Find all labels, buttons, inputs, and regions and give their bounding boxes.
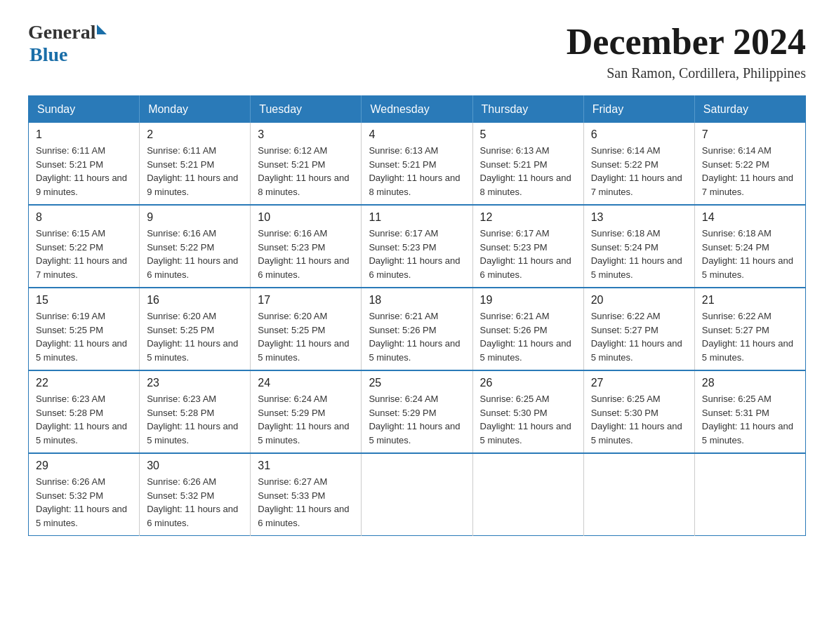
calendar-cell: 13Sunrise: 6:18 AMSunset: 5:24 PMDayligh… [583, 205, 694, 288]
day-of-week-header: Wednesday [362, 96, 472, 123]
day-number: 1 [36, 128, 132, 141]
day-info: Sunrise: 6:21 AMSunset: 5:26 PMDaylight:… [369, 309, 465, 364]
day-info: Sunrise: 6:18 AMSunset: 5:24 PMDaylight:… [591, 227, 687, 281]
day-info: Sunrise: 6:27 AMSunset: 5:33 PMDaylight:… [258, 475, 354, 530]
day-info: Sunrise: 6:13 AMSunset: 5:21 PMDaylight:… [369, 144, 465, 199]
day-info: Sunrise: 6:14 AMSunset: 5:22 PMDaylight:… [702, 144, 798, 199]
logo-text-blue: Blue [29, 43, 67, 65]
day-number: 30 [147, 459, 243, 472]
day-number: 17 [258, 294, 354, 307]
day-info: Sunrise: 6:17 AMSunset: 5:23 PMDaylight:… [480, 227, 576, 281]
calendar-cell: 12Sunrise: 6:17 AMSunset: 5:23 PMDayligh… [472, 205, 583, 288]
calendar-cell: 15Sunrise: 6:19 AMSunset: 5:25 PMDayligh… [29, 288, 140, 370]
day-info: Sunrise: 6:21 AMSunset: 5:26 PMDaylight:… [480, 309, 576, 364]
day-info: Sunrise: 6:24 AMSunset: 5:29 PMDaylight:… [258, 392, 354, 447]
logo-triangle-icon [97, 25, 107, 34]
calendar-header-row: SundayMondayTuesdayWednesdayThursdayFrid… [29, 96, 806, 123]
calendar-cell: 22Sunrise: 6:23 AMSunset: 5:28 PMDayligh… [29, 370, 140, 453]
day-info: Sunrise: 6:26 AMSunset: 5:32 PMDaylight:… [36, 475, 132, 530]
day-info: Sunrise: 6:17 AMSunset: 5:23 PMDaylight:… [369, 227, 465, 281]
day-info: Sunrise: 6:20 AMSunset: 5:25 PMDaylight:… [147, 309, 243, 364]
day-of-week-header: Thursday [472, 96, 583, 123]
calendar-cell: 10Sunrise: 6:16 AMSunset: 5:23 PMDayligh… [251, 205, 362, 288]
day-number: 22 [36, 377, 132, 389]
day-info: Sunrise: 6:13 AMSunset: 5:21 PMDaylight:… [480, 144, 576, 199]
day-of-week-header: Monday [140, 96, 251, 123]
day-of-week-header: Sunday [29, 96, 140, 123]
day-number: 15 [36, 294, 132, 307]
day-number: 14 [702, 211, 798, 224]
calendar-week-row: 8Sunrise: 6:15 AMSunset: 5:22 PMDaylight… [29, 205, 806, 288]
calendar-week-row: 29Sunrise: 6:26 AMSunset: 5:32 PMDayligh… [29, 453, 806, 536]
day-number: 2 [147, 128, 243, 141]
calendar-cell: 24Sunrise: 6:24 AMSunset: 5:29 PMDayligh… [251, 370, 362, 453]
calendar-cell: 17Sunrise: 6:20 AMSunset: 5:25 PMDayligh… [251, 288, 362, 370]
calendar-cell: 18Sunrise: 6:21 AMSunset: 5:26 PMDayligh… [362, 288, 472, 370]
day-info: Sunrise: 6:22 AMSunset: 5:27 PMDaylight:… [702, 309, 798, 364]
calendar-cell: 8Sunrise: 6:15 AMSunset: 5:22 PMDaylight… [29, 205, 140, 288]
day-number: 7 [702, 128, 798, 141]
calendar-cell: 26Sunrise: 6:25 AMSunset: 5:30 PMDayligh… [472, 370, 583, 453]
calendar-cell: 14Sunrise: 6:18 AMSunset: 5:24 PMDayligh… [694, 205, 805, 288]
calendar-week-row: 15Sunrise: 6:19 AMSunset: 5:25 PMDayligh… [29, 288, 806, 370]
day-info: Sunrise: 6:25 AMSunset: 5:31 PMDaylight:… [702, 392, 798, 447]
day-info: Sunrise: 6:14 AMSunset: 5:22 PMDaylight:… [591, 144, 687, 199]
day-info: Sunrise: 6:25 AMSunset: 5:30 PMDaylight:… [591, 392, 687, 447]
title-area: December 2024 San Ramon, Cordillera, Phi… [567, 21, 806, 81]
calendar-cell: 11Sunrise: 6:17 AMSunset: 5:23 PMDayligh… [362, 205, 472, 288]
day-info: Sunrise: 6:12 AMSunset: 5:21 PMDaylight:… [258, 144, 354, 199]
day-number: 3 [258, 128, 354, 141]
calendar-cell: 31Sunrise: 6:27 AMSunset: 5:33 PMDayligh… [251, 453, 362, 536]
day-number: 23 [147, 377, 243, 389]
calendar-cell: 1Sunrise: 6:11 AMSunset: 5:21 PMDaylight… [29, 123, 140, 205]
calendar-week-row: 1Sunrise: 6:11 AMSunset: 5:21 PMDaylight… [29, 123, 806, 205]
day-info: Sunrise: 6:16 AMSunset: 5:23 PMDaylight:… [258, 227, 354, 281]
calendar-cell: 25Sunrise: 6:24 AMSunset: 5:29 PMDayligh… [362, 370, 472, 453]
day-number: 20 [591, 294, 687, 307]
day-number: 10 [258, 211, 354, 224]
day-number: 19 [480, 294, 576, 307]
day-of-week-header: Saturday [694, 96, 805, 123]
day-number: 12 [480, 211, 576, 224]
day-number: 11 [369, 211, 465, 224]
calendar-cell: 7Sunrise: 6:14 AMSunset: 5:22 PMDaylight… [694, 123, 805, 205]
calendar-cell [362, 453, 472, 536]
calendar-week-row: 22Sunrise: 6:23 AMSunset: 5:28 PMDayligh… [29, 370, 806, 453]
calendar-cell: 4Sunrise: 6:13 AMSunset: 5:21 PMDaylight… [362, 123, 472, 205]
calendar-cell [583, 453, 694, 536]
day-number: 5 [480, 128, 576, 141]
day-info: Sunrise: 6:23 AMSunset: 5:28 PMDaylight:… [147, 392, 243, 447]
calendar-cell: 28Sunrise: 6:25 AMSunset: 5:31 PMDayligh… [694, 370, 805, 453]
day-number: 31 [258, 459, 354, 472]
page-header: General Blue December 2024 San Ramon, Co… [28, 21, 806, 81]
logo: General Blue [28, 21, 107, 66]
day-number: 8 [36, 211, 132, 224]
calendar-cell: 30Sunrise: 6:26 AMSunset: 5:32 PMDayligh… [140, 453, 251, 536]
day-of-week-header: Friday [583, 96, 694, 123]
day-number: 18 [369, 294, 465, 307]
calendar-cell: 29Sunrise: 6:26 AMSunset: 5:32 PMDayligh… [29, 453, 140, 536]
day-number: 27 [591, 377, 687, 389]
day-number: 25 [369, 377, 465, 389]
day-number: 9 [147, 211, 243, 224]
day-number: 16 [147, 294, 243, 307]
day-info: Sunrise: 6:22 AMSunset: 5:27 PMDaylight:… [591, 309, 687, 364]
day-info: Sunrise: 6:16 AMSunset: 5:22 PMDaylight:… [147, 227, 243, 281]
day-number: 21 [702, 294, 798, 307]
calendar-cell: 20Sunrise: 6:22 AMSunset: 5:27 PMDayligh… [583, 288, 694, 370]
calendar-cell: 21Sunrise: 6:22 AMSunset: 5:27 PMDayligh… [694, 288, 805, 370]
calendar-cell [472, 453, 583, 536]
calendar-cell: 6Sunrise: 6:14 AMSunset: 5:22 PMDaylight… [583, 123, 694, 205]
day-info: Sunrise: 6:18 AMSunset: 5:24 PMDaylight:… [702, 227, 798, 281]
day-number: 4 [369, 128, 465, 141]
day-info: Sunrise: 6:25 AMSunset: 5:30 PMDaylight:… [480, 392, 576, 447]
day-number: 26 [480, 377, 576, 389]
calendar-cell: 2Sunrise: 6:11 AMSunset: 5:21 PMDaylight… [140, 123, 251, 205]
day-info: Sunrise: 6:11 AMSunset: 5:21 PMDaylight:… [147, 144, 243, 199]
day-info: Sunrise: 6:24 AMSunset: 5:29 PMDaylight:… [369, 392, 465, 447]
day-info: Sunrise: 6:19 AMSunset: 5:25 PMDaylight:… [36, 309, 132, 364]
day-of-week-header: Tuesday [251, 96, 362, 123]
logo-text-general: General [28, 21, 95, 43]
day-number: 29 [36, 459, 132, 472]
month-title: December 2024 [567, 21, 806, 62]
